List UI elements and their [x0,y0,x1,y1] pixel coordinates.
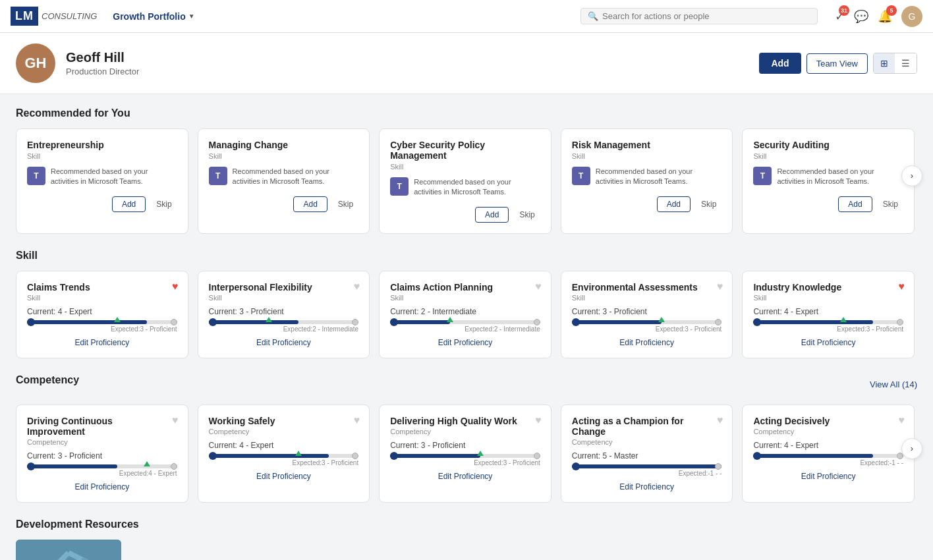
recommended-card: Managing Change Skill T Recommended base… [198,128,370,234]
bell-badge: 5 [886,5,897,16]
edit-proficiency-link[interactable]: Edit Proficiency [753,338,903,347]
skill-current: Current: 3 - Proficient [27,451,177,461]
skill-current: Current: 2 - Intermediate [390,307,540,316]
skill-type: Competency [753,428,903,435]
dev-resources-thumbnail [16,540,121,560]
portfolio-dropdown[interactable]: Growth Portfolio ▼ [113,11,194,22]
edit-proficiency-link[interactable]: Edit Proficiency [572,338,722,347]
skill-card: ♥ Working Safely Competency Current: 4 -… [198,405,370,503]
skill-expected: Expected:2 - Intermediate [390,325,540,333]
heart-icon[interactable]: ♥ [172,281,179,293]
profile-title: Production Director [66,67,749,76]
search-bar[interactable]: 🔍 [580,8,818,24]
skill-card: ♥ Claims Action Planning Skill Current: … [379,271,551,358]
card-rec-text: Recommended based on your activities in … [233,167,359,187]
card-add-button[interactable]: Add [838,196,872,212]
rec-scroll-right[interactable]: › [901,165,922,186]
skill-expected: Expected:3 - Proficient [27,325,177,333]
heart-icon[interactable]: ♥ [898,414,905,426]
card-add-button[interactable]: Add [657,196,691,212]
card-add-button[interactable]: Add [293,196,327,212]
proficiency-track [753,320,903,324]
edit-proficiency-link[interactable]: Edit Proficiency [390,338,540,347]
nav-icons: ✓ 31 💬 🔔 5 G [835,6,922,27]
teams-icon: T [572,167,590,185]
chat-icon: 💬 [854,10,868,23]
heart-icon[interactable]: ♥ [354,281,360,293]
skill-current: Current: 5 - Master [572,451,722,461]
heart-icon[interactable]: ♥ [717,281,723,293]
grid-view-button[interactable]: ⊞ [874,53,895,73]
edit-proficiency-link[interactable]: Edit Proficiency [27,482,177,491]
recommended-section: Recommended for You Entrepreneurship Ski… [16,107,917,234]
skill-name: Working Safely [209,416,359,426]
skill-section-title: Skill [16,250,917,262]
chat-icon-wrap[interactable]: 💬 [854,9,868,24]
card-rec: T Recommended based on your activities i… [209,167,359,187]
skill-cards-row: ♥ Claims Trends Skill Current: 4 - Exper… [16,271,917,358]
recommended-card: Entrepreneurship Skill T Recommended bas… [16,128,188,234]
competency-section-title: Competency [16,374,79,386]
skill-name: Environmental Assessments [572,282,722,293]
card-skip-button[interactable]: Skip [696,196,721,212]
skill-current: Current: 3 - Proficient [209,307,359,316]
card-add-button[interactable]: Add [112,196,146,212]
heart-icon[interactable]: ♥ [898,281,905,293]
user-avatar[interactable]: G [901,6,922,27]
card-type: Skill [390,163,540,171]
team-view-button[interactable]: Team View [806,53,868,74]
skill-current: Current: 3 - Proficient [390,441,540,450]
teams-icon: T [753,167,772,185]
skill-expected: Expected:3 - Proficient [209,459,359,466]
card-skip-button[interactable]: Skip [878,196,903,212]
dev-resources-title: Development Resources [16,518,917,530]
card-rec-text: Recommended based on your activities in … [414,177,540,198]
teams-icon: T [209,167,227,185]
skill-section: Skill ♥ Claims Trends Skill Current: 4 -… [16,250,917,358]
search-input[interactable] [602,11,810,21]
card-title: Managing Change [209,140,359,150]
skill-name: Interpersonal Flexibility [209,282,359,293]
edit-proficiency-link[interactable]: Edit Proficiency [209,338,359,347]
heart-icon[interactable]: ♥ [535,414,542,426]
teams-icon: T [27,167,45,185]
logo[interactable]: LM CONSULTING [11,7,97,26]
heart-icon[interactable]: ♥ [172,414,179,426]
heart-icon[interactable]: ♥ [354,414,360,426]
comp-scroll-right[interactable]: › [901,438,922,459]
card-rec-text: Recommended based on your activities in … [596,167,722,187]
edit-proficiency-link[interactable]: Edit Proficiency [27,338,177,347]
teams-icon: T [390,177,409,196]
skill-type: Skill [753,294,903,302]
proficiency-track [390,320,540,324]
logo-letters: LM [11,7,38,26]
card-skip-button[interactable]: Skip [151,196,177,212]
heart-icon[interactable]: ♥ [717,414,723,426]
edit-proficiency-link[interactable]: Edit Proficiency [390,472,540,481]
card-type: Skill [572,152,722,160]
view-all-link[interactable]: View All (14) [870,379,917,389]
proficiency-track [27,320,177,324]
recommended-card: Cyber Security Policy Management Skill T… [379,128,551,234]
portfolio-label: Growth Portfolio [113,11,185,22]
skill-name: Acting as a Champion for Change [572,416,722,437]
card-add-button[interactable]: Add [475,207,509,223]
bell-icon-wrap[interactable]: 🔔 5 [878,9,892,24]
proficiency-track [390,454,540,458]
todo-icon-wrap[interactable]: ✓ 31 [835,9,845,24]
proficiency-track [572,464,722,468]
edit-proficiency-link[interactable]: Edit Proficiency [753,472,903,481]
card-actions: Add Skip [753,196,903,212]
heart-icon[interactable]: ♥ [535,281,542,293]
card-skip-button[interactable]: Skip [333,196,358,212]
card-actions: Add Skip [27,196,177,212]
skill-current: Current: 4 - Expert [27,307,177,316]
list-view-button[interactable]: ☰ [895,53,917,73]
card-rec: T Recommended based on your activities i… [27,167,177,187]
card-skip-button[interactable]: Skip [514,207,540,223]
add-button[interactable]: Add [759,53,801,74]
skill-name: Claims Trends [27,282,177,293]
edit-proficiency-link[interactable]: Edit Proficiency [572,482,722,491]
edit-proficiency-link[interactable]: Edit Proficiency [209,472,359,481]
card-title: Entrepreneurship [27,140,177,150]
